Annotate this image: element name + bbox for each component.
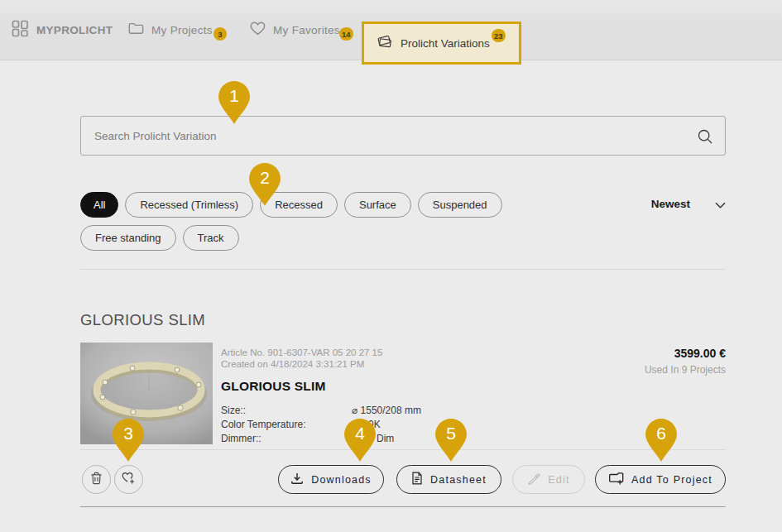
projects-count-badge: 3 <box>213 27 227 41</box>
folder-plus-icon <box>608 472 624 488</box>
document-icon <box>411 472 423 487</box>
product-price: 3599.00 € <box>544 347 726 360</box>
price-box: 3599.00 € Used In 9 Projects <box>544 347 726 376</box>
tab-prolicht-variations[interactable]: Prolicht Variations <box>362 22 521 65</box>
tab-label: Prolicht Variations <box>401 37 490 50</box>
trash-icon <box>90 472 103 487</box>
myprolicht-page: MYPROLICHT My Projects 3 My Favorites 14 <box>0 0 782 532</box>
variations-count-badge: 23 <box>492 29 506 42</box>
downloads-button[interactable]: Downloads <box>278 465 384 494</box>
divider <box>80 506 726 507</box>
divider <box>80 269 726 270</box>
used-in-projects: Used In 9 Projects <box>544 364 726 376</box>
tab-my-favorites[interactable]: My Favorites <box>250 0 340 60</box>
chip-free-standing[interactable]: Free standing <box>80 225 176 251</box>
spec-value-color-temperature: 3000K <box>352 418 381 432</box>
product-thumbnail[interactable] <box>80 343 213 444</box>
delete-button[interactable] <box>82 465 111 494</box>
favorite-add-button[interactable] <box>114 465 143 494</box>
download-icon <box>290 472 304 487</box>
button-label: Add To Project <box>631 474 712 486</box>
search-icon[interactable] <box>697 128 713 148</box>
chevron-down-icon <box>715 197 726 212</box>
marker-number: 6 <box>645 424 677 443</box>
spec-label-size: Size:: <box>221 404 352 418</box>
top-navigation-bar: MYPROLICHT My Projects 3 My Favorites 14 <box>0 0 782 60</box>
chip-recessed[interactable]: Recessed <box>260 192 338 218</box>
sort-dropdown[interactable]: Newest <box>651 191 726 217</box>
chip-suspended[interactable]: Suspended <box>418 192 502 218</box>
button-label: Datasheet <box>430 474 487 486</box>
annotation-marker-5: 5 <box>435 419 467 463</box>
button-label: Edit <box>548 474 569 486</box>
pencil-icon <box>527 472 540 487</box>
marker-number: 5 <box>435 424 467 443</box>
marker-number: 2 <box>249 168 281 188</box>
marker-number: 1 <box>218 86 250 106</box>
tab-label: My Favorites <box>273 24 340 36</box>
logo-label: MYPROLICHT <box>36 24 113 36</box>
spec-label-dimmer: Dimmer:: <box>221 432 352 446</box>
search-input[interactable] <box>81 117 725 155</box>
product-details: Article No. 901-6307-VAR 05 20 27 15 Cre… <box>221 347 421 446</box>
heart-plus-icon <box>122 472 136 487</box>
button-label: Downloads <box>311 474 372 486</box>
spec-label-color-temperature: Color Temperature: <box>221 418 352 432</box>
product-name: GLORIOUS SLIM <box>221 379 421 394</box>
add-to-project-button[interactable]: Add To Project <box>595 465 726 494</box>
chip-recessed-trimless[interactable]: Recessed (Trimless) <box>125 192 253 218</box>
tab-my-projects[interactable]: My Projects <box>128 0 213 60</box>
chip-track[interactable]: Track <box>183 225 239 251</box>
spec-value-size: ⌀ 1550/208 mm <box>352 404 421 418</box>
divider <box>80 449 726 450</box>
datasheet-button[interactable]: Datasheet <box>396 465 501 494</box>
product-specs: Size:: ⌀ 1550/208 mm Color Temperature: … <box>221 404 421 446</box>
created-date: Created on 4/18/2024 3:31:21 PM <box>221 358 421 370</box>
article-number: Article No. 901-6307-VAR 05 20 27 15 <box>221 347 421 358</box>
grid-logo-icon <box>12 20 29 40</box>
edit-button[interactable]: Edit <box>512 465 585 494</box>
filter-chip-row-2: Free standing Track <box>80 225 239 251</box>
heart-icon <box>250 22 266 38</box>
filter-chip-row-1: All Recessed (Trimless) Recessed Surface… <box>80 192 502 218</box>
folder-icon <box>128 22 144 37</box>
myprolicht-logo[interactable]: MYPROLICHT <box>12 0 113 60</box>
spec-value-dimmer: DALI Dim <box>352 432 394 446</box>
variations-icon <box>377 34 393 52</box>
annotation-marker-6: 6 <box>645 419 677 463</box>
chip-surface[interactable]: Surface <box>344 192 411 218</box>
sort-label: Newest <box>651 198 690 210</box>
search-bar <box>80 116 726 156</box>
chip-all[interactable]: All <box>80 192 118 218</box>
section-title: GLORIOUS SLIM <box>80 311 205 329</box>
tab-label: My Projects <box>151 24 213 36</box>
favorites-count-badge: 14 <box>339 27 353 41</box>
